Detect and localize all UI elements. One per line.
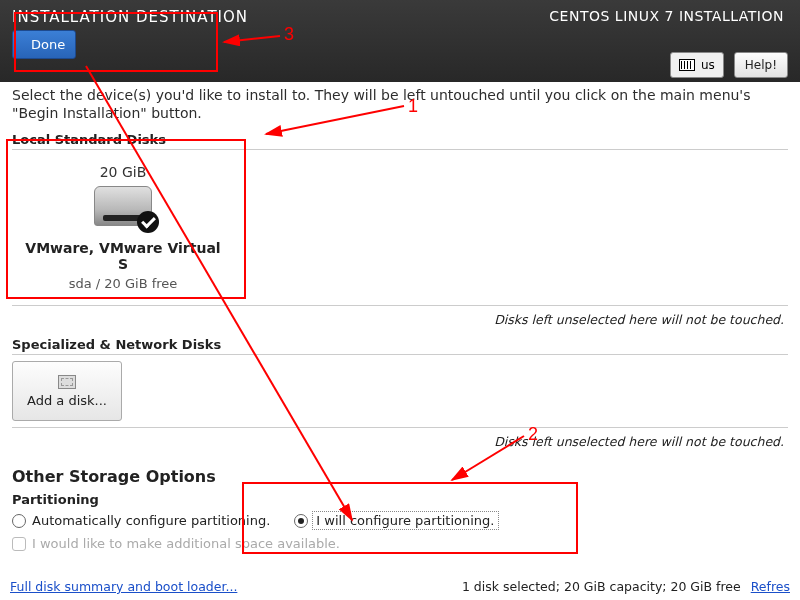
network-disks-note: Disks left unselected here will not be t… — [12, 428, 788, 451]
keyboard-icon — [679, 59, 695, 71]
disk-summary-link[interactable]: Full disk summary and boot loader... — [10, 579, 237, 594]
add-disk-label: Add a disk... — [27, 393, 107, 408]
radio-manual-partitioning[interactable]: I will configure partitioning. — [294, 513, 496, 528]
refresh-link[interactable]: Refres — [751, 579, 790, 594]
disk-size: 20 GiB — [18, 164, 228, 180]
help-button[interactable]: Help! — [734, 52, 788, 78]
network-disks-strip: Add a disk... — [12, 354, 788, 428]
radio-auto-partitioning[interactable]: Automatically configure partitioning. — [12, 513, 270, 528]
additional-space-row: I would like to make additional space av… — [12, 536, 788, 551]
radio-manual-label: I will configure partitioning. — [314, 513, 496, 528]
checkmark-icon — [137, 211, 159, 233]
disk-name: VMware, VMware Virtual S — [18, 240, 228, 272]
disk-detail: sda / 20 GiB free — [18, 276, 228, 291]
keyboard-layout-indicator[interactable]: us — [670, 52, 724, 78]
checkbox-icon — [12, 537, 26, 551]
header-bar: INSTALLATION DESTINATION Done CENTOS LIN… — [0, 0, 800, 82]
footer-bar: Full disk summary and boot loader... 1 d… — [0, 575, 800, 598]
local-disks-label: Local Standard Disks — [12, 132, 788, 147]
radio-auto-label: Automatically configure partitioning. — [32, 513, 270, 528]
product-title: CENTOS LINUX 7 INSTALLATION — [549, 8, 784, 24]
partitioning-radios: Automatically configure partitioning. I … — [12, 513, 788, 528]
harddisk-icon — [94, 186, 152, 226]
radio-icon — [12, 514, 26, 528]
page-title: INSTALLATION DESTINATION — [12, 8, 248, 26]
local-disks-strip: 20 GiB VMware, VMware Virtual S sda / 20… — [12, 149, 788, 306]
partitioning-label: Partitioning — [12, 492, 788, 507]
footer-status: 1 disk selected; 20 GiB capacity; 20 GiB… — [462, 579, 790, 594]
additional-space-label: I would like to make additional space av… — [32, 536, 340, 551]
add-disk-button[interactable]: Add a disk... — [12, 361, 122, 421]
main-content: Select the device(s) you'd like to insta… — [0, 82, 800, 555]
keyboard-layout-label: us — [701, 58, 715, 72]
radio-icon — [294, 514, 308, 528]
network-disks-label: Specialized & Network Disks — [12, 337, 788, 352]
instruction-text: Select the device(s) you'd like to insta… — [12, 86, 788, 122]
other-storage-title: Other Storage Options — [12, 467, 788, 486]
add-disk-icon — [58, 375, 76, 389]
local-disks-note: Disks left unselected here will not be t… — [12, 306, 788, 329]
disk-card[interactable]: 20 GiB VMware, VMware Virtual S sda / 20… — [12, 156, 234, 299]
done-button[interactable]: Done — [12, 30, 76, 59]
